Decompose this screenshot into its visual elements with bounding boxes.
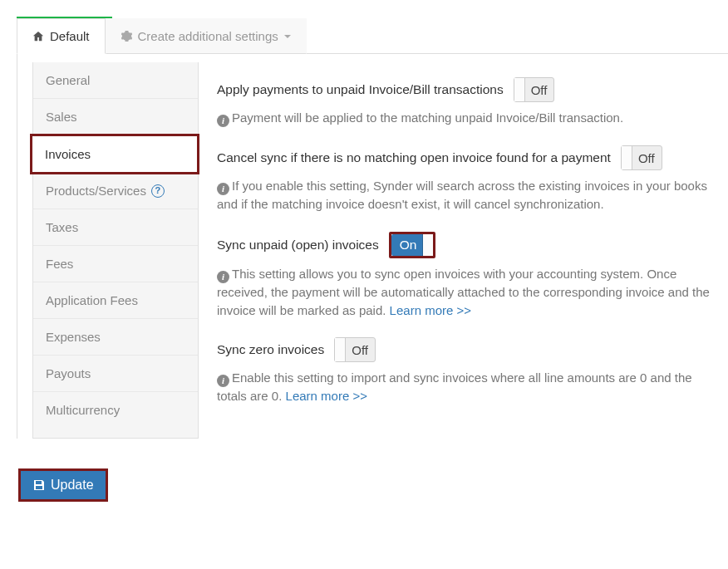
info-icon: i [217, 375, 229, 387]
toggle-sync-unpaid[interactable]: On [391, 234, 434, 256]
tab-create-additional-label: Create additional settings [138, 29, 278, 43]
sidebar-item-products-services[interactable]: Products/Services ? [33, 173, 198, 209]
info-icon: i [217, 183, 229, 195]
sidebar-item-application-fees[interactable]: Application Fees [33, 282, 198, 319]
settings-sidebar: General Sales Invoices Products/Services… [32, 62, 199, 439]
info-icon: i [217, 115, 229, 127]
setting-sync-unpaid-label: Sync unpaid (open) invoices [217, 238, 379, 253]
toggle-apply-payments[interactable]: Off [514, 77, 555, 102]
sidebar-item-payouts[interactable]: Payouts [33, 356, 198, 392]
learn-more-sync-unpaid[interactable]: Learn more >> [390, 303, 471, 317]
info-icon: i [217, 271, 229, 283]
sidebar-item-expenses[interactable]: Expenses [33, 319, 198, 356]
toggle-cancel-sync[interactable]: Off [621, 145, 662, 170]
setting-sync-zero-label: Sync zero invoices [217, 342, 324, 357]
chevron-down-icon [284, 35, 291, 38]
sidebar-item-multicurrency[interactable]: Multicurrency [33, 392, 198, 428]
save-icon [32, 478, 46, 492]
gear-icon [121, 31, 132, 42]
update-button[interactable]: Update [21, 471, 106, 499]
setting-cancel-sync-label: Cancel sync if there is no matching open… [217, 150, 611, 165]
tab-default-label: Default [50, 29, 90, 43]
help-cancel-sync: iIf you enable this setting, Synder will… [217, 177, 710, 213]
sidebar-item-invoices[interactable]: Invoices [30, 134, 199, 174]
tab-create-additional[interactable]: Create additional settings [106, 18, 307, 54]
help-apply-payments: iPayment will be applied to the matching… [217, 109, 710, 127]
learn-more-sync-zero[interactable]: Learn more >> [286, 389, 367, 403]
settings-main-panel: Apply payments to unpaid Invoice/Bill tr… [199, 62, 728, 439]
update-button-label: Update [51, 478, 94, 493]
help-icon[interactable]: ? [151, 184, 165, 198]
setting-apply-payments-label: Apply payments to unpaid Invoice/Bill tr… [217, 82, 504, 97]
help-sync-unpaid: iThis setting allows you to sync open in… [217, 265, 710, 320]
sidebar-item-taxes[interactable]: Taxes [33, 209, 198, 246]
help-sync-zero: iEnable this setting to import and sync … [217, 369, 710, 405]
sidebar-item-general[interactable]: General [33, 62, 198, 99]
sidebar-item-fees[interactable]: Fees [33, 246, 198, 282]
settings-tabs: Default Create additional settings [17, 18, 728, 54]
home-icon [32, 31, 44, 42]
sidebar-item-sales[interactable]: Sales [33, 99, 198, 135]
toggle-sync-zero[interactable]: Off [334, 337, 376, 362]
tab-default[interactable]: Default [17, 18, 106, 54]
